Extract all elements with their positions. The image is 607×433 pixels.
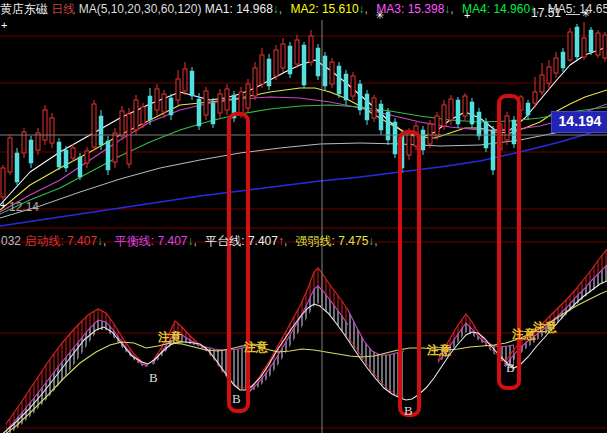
- separator: ,: [450, 2, 453, 16]
- ma2-arrow-icon: ↓: [359, 2, 365, 16]
- cross-marker-icon: +: [0, 200, 6, 210]
- up-arrow-icon: ↑: [278, 234, 284, 248]
- indicator-header: 032 启动线: 7.407↓, 平衡线: 7.407↓, 平台线: 7.407…: [1, 233, 383, 249]
- qiangruoxian-label: 强弱线:: [296, 234, 335, 248]
- buy-signal-label: B: [149, 370, 158, 386]
- ma4-value: 14.960: [493, 2, 530, 16]
- highlight-annotation-box: [398, 130, 421, 417]
- notice-label: 注意: [427, 342, 451, 359]
- indicator-item: 平衡线: 7.407↓,: [115, 234, 200, 248]
- ma1-arrow-icon: ↓: [273, 2, 279, 16]
- chart-header: 黄店东磁 日线 MA(5,10,20,30,60,120) MA1: 14.96…: [0, 1, 607, 18]
- indicator-id: 032: [1, 234, 21, 248]
- notice-label: 注意: [244, 339, 268, 356]
- ma-config-label: MA(5,10,20,30,60,120): [79, 2, 202, 16]
- ma5-value: 14.651: [579, 2, 607, 16]
- notice-label: 注意: [158, 329, 182, 346]
- separator: ,: [374, 234, 377, 248]
- ma-item: MA1: 14.968↓,: [205, 2, 285, 16]
- buy-signal-label: B: [506, 360, 515, 376]
- indicator-item: 平台线: 7.407↑,: [205, 234, 290, 248]
- separator: ,: [279, 2, 282, 16]
- separator: ,: [284, 234, 287, 248]
- separator: ,: [365, 2, 368, 16]
- ma2-label: MA2:: [291, 2, 319, 16]
- pinghengxian-label: 平衡线:: [115, 234, 154, 248]
- separator: ,: [103, 234, 106, 248]
- ma3-label: MA3:: [376, 2, 404, 16]
- pinghengxian-value: 7.407: [157, 234, 187, 248]
- notice-label: 注意: [533, 319, 557, 336]
- cross-marker-icon: +: [1, 20, 7, 30]
- ma5-label: MA5:: [548, 2, 576, 16]
- down-arrow-icon: ↓: [188, 234, 194, 248]
- highlight-annotation-box: [497, 94, 521, 390]
- stock-chart-window: 黄店东磁 日线 MA(5,10,20,30,60,120) MA1: 14.96…: [0, 0, 607, 433]
- qiangruoxian-value: 7.475: [338, 234, 368, 248]
- ma120-price-label: 12.14: [9, 200, 39, 214]
- ma4-label: MA4:: [462, 2, 490, 16]
- ma-item: MA4: 14.960↓,: [462, 2, 542, 16]
- separator: ,: [536, 2, 539, 16]
- crosshair-price-tag: 14.194: [551, 111, 607, 133]
- period-selector[interactable]: 日线: [51, 2, 75, 16]
- ma1-value: 14.968: [236, 2, 273, 16]
- pingtaixian-label: 平台线:: [205, 234, 244, 248]
- indicator-item: 强弱线: 7.475↓,: [296, 234, 381, 248]
- buy-signal-label: B: [404, 403, 413, 419]
- pingtaixian-value: 7.407: [248, 234, 278, 248]
- buy-signal-label: B: [232, 391, 241, 407]
- ma2-value: 15.610: [322, 2, 359, 16]
- ma3-value: 15.398: [408, 2, 445, 16]
- highlight-annotation-box: [227, 112, 250, 413]
- ma-item: MA5: 14.651: [548, 2, 607, 16]
- ma-item: MA2: 15.610↓,: [291, 2, 371, 16]
- qidongxian-label: 启动线:: [24, 234, 63, 248]
- stock-name[interactable]: 黄店东磁: [0, 2, 48, 16]
- qidongxian-value: 7.407: [67, 234, 97, 248]
- ma-item: MA3: 15.398↓,: [376, 2, 456, 16]
- ma1-label: MA1:: [205, 2, 233, 16]
- separator: ,: [194, 234, 197, 248]
- indicator-item: 启动线: 7.407↓,: [24, 234, 109, 248]
